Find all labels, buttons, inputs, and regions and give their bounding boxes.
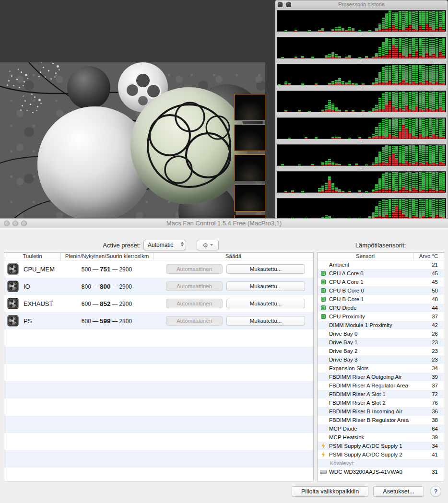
custom-button[interactable]: Mukautettu... — [226, 299, 305, 308]
fan-row[interactable]: CPU_MEM 500—751—2900 Automaattinen Mukau… — [4, 260, 313, 278]
panel-resize-handle[interactable] — [277, 166, 446, 171]
sensor-row[interactable]: CPU A Core 0 45 — [318, 269, 444, 278]
green-glass-ornament — [130, 87, 248, 204]
sensor-value: 76 — [415, 400, 444, 406]
thumbnail[interactable] — [234, 124, 265, 151]
value-column-header: Arvo °C — [413, 253, 444, 260]
sensor-row[interactable]: MCP Heatsink 39 — [318, 433, 444, 442]
rpm-min: 600 — [82, 318, 91, 325]
sensor-name: FBDIMM Riser B Incoming Air — [329, 409, 415, 414]
sensor-value: 31 — [415, 469, 444, 475]
preset-actions-button[interactable]: ⚙ — [197, 240, 219, 250]
sensor-row[interactable]: Expansion Slots 34 — [318, 364, 444, 373]
sensor-value: 45 — [415, 279, 444, 285]
thumbnail[interactable] — [234, 154, 265, 181]
sensor-name: CPU A Core 1 — [329, 279, 415, 285]
sensor-value: 38 — [415, 417, 444, 423]
sensor-row[interactable]: CPU Proximity 37 — [318, 312, 444, 321]
sensor-row[interactable]: MCP Diode 64 — [318, 424, 444, 433]
sensors-table-header: Sensori Arvo °C — [318, 253, 444, 260]
dandelion-sparkle — [48, 70, 49, 71]
sensor-row[interactable]: FBDIMM Riser A Slot 1 72 — [318, 390, 444, 398]
fan-row[interactable]: PS 600—599—2800 Automaattinen Mukautettu… — [4, 312, 313, 329]
fan-window-titlebar[interactable]: Macs Fan Control 1.5.4 Free (MacPro3,1) — [0, 219, 448, 228]
sensor-name: Drive Bay 2 — [329, 348, 415, 354]
panel-resize-handle[interactable] — [277, 112, 446, 117]
rpm-max: 2900 — [119, 283, 132, 290]
desktop: Prosessorin historia — [0, 0, 448, 218]
custom-button[interactable]: Mukautettu... — [226, 264, 305, 274]
auto-button[interactable]: Automaattinen — [166, 264, 223, 274]
sensor-name: FBDIMM Riser A Regulator Area — [329, 383, 415, 388]
sensor-row[interactable]: FBDIMM Riser A Slot 2 76 — [318, 398, 444, 407]
chip-icon — [321, 314, 326, 319]
close-button[interactable] — [278, 2, 283, 7]
fans-panel: Tuuletin Pienin/Nykyinen/Suurin kierrosl… — [4, 252, 314, 481]
dandelion-sparkle — [16, 79, 18, 80]
sensor-value: 39 — [415, 374, 444, 380]
zoom-button[interactable] — [21, 221, 27, 226]
panel-resize-handle[interactable] — [277, 85, 446, 91]
thumbnail[interactable] — [234, 215, 265, 218]
thumbnail[interactable] — [234, 94, 265, 121]
hide-to-menubar-button[interactable]: Piiloita valikkopalkkiin — [292, 486, 368, 497]
panel-resize-handle[interactable] — [277, 193, 446, 198]
rpm-min: 800 — [82, 283, 91, 290]
sensor-value: 41 — [415, 452, 444, 457]
sensor-value: 23 — [415, 357, 444, 363]
bolt-icon — [321, 452, 326, 458]
minimize-button[interactable] — [286, 2, 291, 7]
sensor-row[interactable]: Ambient 21 — [318, 260, 444, 269]
rpm-column-header: Pienin/Nykyinen/Suurin kierroslkm — [60, 253, 153, 260]
sensor-row[interactable]: WDC WD3200AAJS-41VWA0 31 — [318, 468, 444, 476]
panel-resize-handle[interactable] — [277, 58, 446, 64]
sensor-row[interactable]: FBDIMM Riser A Outgoing Air 39 — [318, 373, 444, 381]
sensor-name: PSMI Supply AC/DC Supply 2 — [329, 452, 415, 457]
fan-row[interactable]: EXHAUST 600—852—2900 Automaattinen Mukau… — [4, 295, 313, 312]
sensor-name: FBDIMM Riser A Slot 2 — [329, 400, 415, 406]
sensor-row[interactable]: FBDIMM Riser B Incoming Air 36 — [318, 407, 444, 416]
sensor-row[interactable]: Drive Bay 0 26 — [318, 329, 444, 338]
sensor-row[interactable]: Drive Bay 2 23 — [318, 347, 444, 355]
panel-resize-handle[interactable] — [277, 32, 446, 37]
custom-button[interactable]: Mukautettu... — [226, 281, 305, 291]
sensor-row[interactable]: CPU A Core 1 45 — [318, 278, 444, 286]
auto-button[interactable]: Automaattinen — [166, 281, 223, 291]
thumbnail[interactable] — [234, 185, 265, 211]
control-column-header: Säädä — [153, 253, 313, 260]
sensor-row[interactable]: FBDIMM Riser A Regulator Area 37 — [318, 381, 444, 390]
close-button[interactable] — [4, 221, 10, 226]
sensor-row[interactable]: DIMM Module 1 Proximity 42 — [318, 321, 444, 329]
sensor-row[interactable]: CPU B Core 0 50 — [318, 286, 444, 295]
disk-icon — [320, 470, 327, 474]
gear-icon: ⚙ — [202, 242, 208, 249]
minimize-button[interactable] — [12, 221, 18, 226]
sensor-section-label: Kovalevyt: — [318, 459, 444, 468]
fan-row[interactable]: IO 800—800—2900 Automaattinen Mukautettu… — [4, 278, 313, 295]
fan-row-empty — [4, 398, 313, 416]
sensor-row[interactable]: CPU B Core 1 48 — [318, 295, 444, 304]
auto-button[interactable]: Automaattinen — [166, 299, 223, 308]
fan-control-window: Macs Fan Control 1.5.4 Free (MacPro3,1) … — [0, 218, 448, 503]
custom-button[interactable]: Mukautettu... — [226, 316, 305, 326]
fan-rpm-readout: 600—599—2800 — [60, 317, 153, 325]
thumbnail-strip[interactable] — [234, 94, 265, 218]
sensor-row[interactable]: PSMI Supply AC/DC Supply 2 41 — [318, 450, 444, 459]
cpu-core-graph — [277, 117, 446, 139]
sensor-row[interactable]: Drive Bay 3 23 — [318, 355, 444, 364]
auto-button[interactable]: Automaattinen — [166, 316, 223, 326]
chip-icon — [321, 271, 326, 276]
sensor-row[interactable]: FBDIMM Riser B Regulator Area 38 — [318, 416, 444, 424]
cpu-history-window: Prosessorin historia — [275, 0, 448, 218]
sensor-row[interactable]: PSMI Supply AC/DC Supply 1 34 — [318, 442, 444, 450]
cpu-history-titlebar[interactable]: Prosessorin historia — [275, 0, 448, 9]
sensor-row[interactable]: CPU Diode 44 — [318, 304, 444, 312]
settings-button[interactable]: Asetukset... — [373, 486, 424, 497]
sensor-name: DIMM Module 1 Proximity — [329, 322, 415, 328]
sensor-row[interactable]: Drive Bay 1 23 — [318, 338, 444, 347]
sensor-name: Drive Bay 3 — [329, 357, 415, 363]
help-button[interactable]: ? — [430, 486, 441, 497]
preset-dropdown[interactable]: Automatic — [143, 240, 186, 250]
sensor-value: 39 — [415, 434, 444, 440]
panel-resize-handle[interactable] — [277, 139, 446, 144]
